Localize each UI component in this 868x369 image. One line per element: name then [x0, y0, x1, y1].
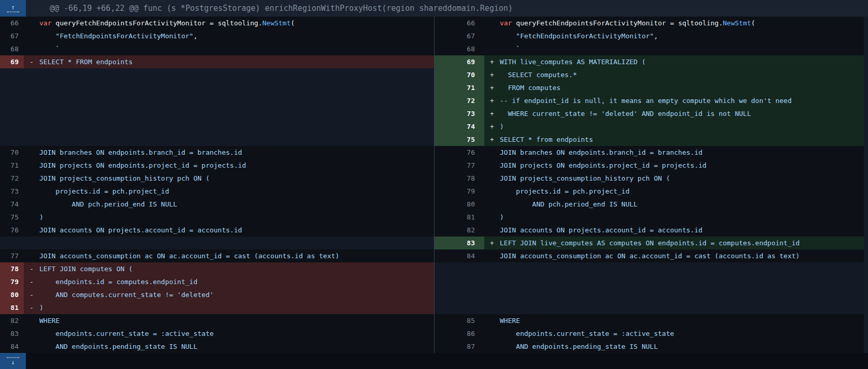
diff-row-old-77: 77JOIN accounts_consumption ac ON ac.acc…	[0, 249, 434, 262]
code-token: AND endpoints.pending_state IS NULL	[500, 343, 658, 350]
diff-marker: +	[484, 81, 500, 94]
diff-row-new-82: 82JOIN accounts ON projects.account_id =…	[435, 224, 868, 237]
line-number[interactable]: 86	[435, 327, 484, 340]
diff-row-new-86: 86 endpoints.current_state = :active_sta…	[435, 327, 868, 340]
diff-marker	[24, 42, 39, 55]
line-number[interactable]: 67	[0, 29, 24, 42]
expand-up-icon: ↑	[11, 5, 15, 10]
diff-spacer-row	[0, 81, 434, 94]
expand-down-icon: ↓	[11, 360, 15, 365]
code-line: JOIN accounts_consumption ac ON ac.accou…	[39, 249, 434, 262]
line-number[interactable]: 73	[0, 185, 24, 198]
diff-row-new-87: 87 AND endpoints.pending_state IS NULL	[435, 340, 868, 353]
code-line: JOIN projects ON endpoints.project_id = …	[39, 159, 434, 172]
line-number[interactable]: 66	[0, 17, 24, 29]
line-number[interactable]: 73	[435, 107, 484, 120]
diff-viewer: ↑ @@ -66,19 +66,22 @@ func (s *PostgresS…	[0, 0, 868, 369]
dotted-line-icon	[7, 357, 19, 358]
line-number[interactable]: 70	[435, 68, 484, 81]
code-line: SELECT * from endpoints	[500, 133, 868, 146]
line-number[interactable]: 80	[435, 198, 484, 211]
diff-marker	[24, 146, 39, 159]
line-number[interactable]: 84	[435, 249, 484, 262]
diff-marker: -	[24, 55, 39, 68]
line-number[interactable]: 75	[0, 211, 24, 224]
expand-up-button[interactable]: ↑	[0, 0, 26, 17]
line-number[interactable]: 70	[0, 146, 24, 159]
code-token: var	[39, 19, 51, 27]
code-token: LEFT JOIN computes ON (	[39, 265, 133, 273]
line-number[interactable]: 76	[0, 224, 24, 237]
code-token: )	[500, 123, 504, 130]
diff-row-old-66: 66var queryFetchEndpointsForActivityMoni…	[0, 17, 434, 29]
diff-marker: +	[484, 107, 500, 120]
line-number[interactable]: 87	[435, 340, 484, 353]
diff-marker: +	[484, 68, 500, 81]
code-token: WHERE	[500, 317, 520, 324]
code-line: AND pch.period_end IS NULL	[39, 198, 434, 211]
diff-row-old-69: 69-SELECT * FROM endpoints	[0, 55, 434, 68]
line-number[interactable]: 81	[435, 211, 484, 224]
line-number[interactable]: 71	[0, 159, 24, 172]
code-line: JOIN accounts ON projects.account_id = a…	[39, 224, 434, 237]
line-number[interactable]: 82	[435, 224, 484, 237]
line-number[interactable]: 69	[0, 55, 24, 68]
line-number[interactable]: 71	[435, 81, 484, 94]
code-token: "FetchEndpointsForActivityMonitor"	[500, 32, 654, 40]
code-token: WHERE current_state != 'deleted' AND end…	[500, 110, 751, 117]
diff-row-new-68: 68 `	[435, 42, 868, 55]
code-line: WHERE current_state != 'deleted' AND end…	[500, 107, 868, 120]
diff-marker	[484, 340, 500, 353]
line-number[interactable]: 83	[0, 327, 24, 340]
diff-row-new-69: 69+WITH live_computes AS MATERIALIZED (	[435, 55, 868, 68]
line-number[interactable]: 72	[0, 172, 24, 185]
line-number[interactable]: 79	[0, 275, 24, 288]
diff-marker: +	[484, 133, 500, 146]
diff-spacer-row	[435, 275, 868, 288]
line-number[interactable]: 74	[0, 198, 24, 211]
line-number[interactable]: 78	[0, 262, 24, 275]
code-token: "FetchEndpointsForActivityMonitor"	[39, 32, 193, 40]
diff-marker	[484, 159, 500, 172]
line-number[interactable]: 69	[435, 55, 484, 68]
code-token: (	[291, 19, 295, 27]
diff-row-new-72: 72+-- if endpoint_id is null, it means a…	[435, 94, 868, 107]
diff-marker	[24, 340, 39, 353]
code-token: JOIN projects_consumption_history pch ON…	[500, 174, 670, 182]
line-number[interactable]: 72	[435, 94, 484, 107]
line-number[interactable]: 81	[0, 301, 24, 314]
diff-row-old-72: 72JOIN projects_consumption_history pch …	[0, 172, 434, 185]
diff-spacer-row	[435, 262, 868, 275]
code-line: "FetchEndpointsForActivityMonitor",	[39, 29, 434, 42]
code-token: queryFetchEndpointsForActivityMonitor = …	[51, 19, 262, 27]
diff-row-old-82: 82WHERE	[0, 314, 434, 327]
line-number[interactable]: 75	[435, 133, 484, 146]
line-number[interactable]: 68	[0, 42, 24, 55]
diff-marker	[24, 249, 39, 262]
line-number[interactable]: 66	[435, 17, 484, 29]
code-line: AND endpoints.pending_state IS NULL	[39, 340, 434, 353]
diff-marker	[24, 327, 39, 340]
line-number[interactable]: 83	[435, 237, 484, 249]
line-number[interactable]: 76	[435, 146, 484, 159]
line-number[interactable]: 77	[0, 249, 24, 262]
line-number[interactable]: 85	[435, 314, 484, 327]
line-number[interactable]: 79	[435, 185, 484, 198]
line-number[interactable]: 74	[435, 120, 484, 133]
line-number[interactable]: 78	[435, 172, 484, 185]
code-token: endpoints.current_state = :active_state	[500, 330, 674, 337]
diff-row-new-84: 84JOIN accounts_consumption ac ON ac.acc…	[435, 249, 868, 262]
expand-down-button[interactable]: ↓	[0, 353, 26, 369]
line-number[interactable]: 68	[435, 42, 484, 55]
diff-row-new-73: 73+ WHERE current_state != 'deleted' AND…	[435, 107, 868, 120]
diff-row-old-78: 78-LEFT JOIN computes ON (	[0, 262, 434, 275]
code-token: `	[39, 45, 60, 53]
line-number[interactable]: 80	[0, 288, 24, 301]
line-number[interactable]: 84	[0, 340, 24, 353]
line-number[interactable]: 77	[435, 159, 484, 172]
line-number[interactable]: 67	[435, 29, 484, 42]
code-line: `	[39, 42, 434, 55]
code-line: SELECT * FROM endpoints	[39, 55, 434, 68]
line-number[interactable]: 82	[0, 314, 24, 327]
scrollbar-track[interactable]	[864, 17, 868, 353]
